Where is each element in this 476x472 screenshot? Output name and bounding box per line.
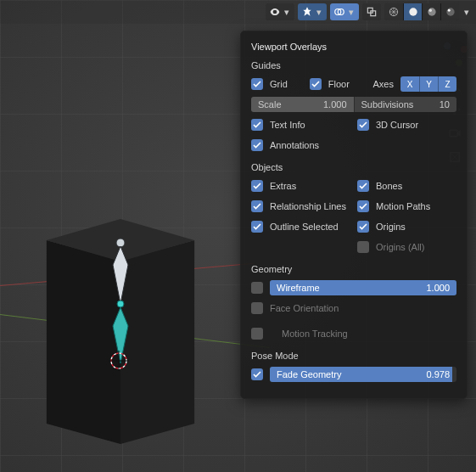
axes-buttons: X Y Z <box>400 76 456 92</box>
floor-label: Floor <box>328 79 350 89</box>
fade-geometry-value: 0.978 <box>426 369 450 379</box>
subdivisions-field[interactable]: Subdivisions10 <box>354 97 457 112</box>
svg-point-14 <box>428 8 435 15</box>
shading-rendered-button[interactable] <box>440 3 459 20</box>
svg-point-16 <box>446 8 454 15</box>
check-icon <box>253 182 261 190</box>
subdiv-value: 10 <box>440 99 450 110</box>
check-icon <box>311 80 320 88</box>
motion-tracking-checkbox[interactable] <box>251 328 263 340</box>
popover-title: Viewport Overlays <box>251 42 456 52</box>
gizmo-icon <box>301 6 313 18</box>
origins-all-label: Origins (All) <box>376 242 424 252</box>
motion-paths-label: Motion Paths <box>376 201 430 211</box>
check-icon <box>359 222 367 231</box>
gizmo-toggle-button[interactable]: ▾ <box>298 3 327 20</box>
check-icon <box>359 202 367 211</box>
extras-checkbox[interactable] <box>251 180 263 192</box>
wireframe-icon <box>388 6 400 18</box>
cursor3d-checkbox[interactable] <box>357 119 369 131</box>
chevron-down-icon: ▾ <box>283 7 291 18</box>
viewport-header: ▾ ▾ ▾ ▾ <box>0 0 476 24</box>
shading-options-dropdown[interactable]: ▾ <box>462 7 471 18</box>
check-icon <box>253 222 261 231</box>
toggle-xray-button[interactable] <box>362 3 381 20</box>
subdiv-label: Subdivisions <box>361 99 414 110</box>
origins-all-checkbox[interactable] <box>357 241 369 253</box>
check-icon <box>253 121 261 129</box>
svg-point-17 <box>447 9 450 12</box>
axes-label: Axes <box>373 79 394 89</box>
annotations-label: Annotations <box>270 140 319 150</box>
overlays-toggle-button[interactable]: ▾ <box>330 3 359 20</box>
mesh-cube[interactable] <box>36 219 204 447</box>
wireframe-slider[interactable]: Wireframe 1.000 <box>270 280 456 295</box>
3d-cursor-icon <box>106 348 132 374</box>
bones-checkbox[interactable] <box>357 180 369 192</box>
section-geometry: Geometry <box>251 264 456 274</box>
wireframe-value: 1.000 <box>426 283 450 293</box>
wireframe-checkbox[interactable] <box>251 282 263 294</box>
axis-z-button[interactable]: Z <box>438 76 456 92</box>
section-guides: Guides <box>251 60 456 70</box>
annotations-checkbox[interactable] <box>251 139 263 151</box>
svg-point-13 <box>409 8 417 15</box>
scale-label: Scale <box>258 99 282 110</box>
fade-geometry-label: Fade Geometry <box>277 369 341 379</box>
relationship-lines-checkbox[interactable] <box>251 200 263 212</box>
check-icon <box>253 202 261 211</box>
cursor3d-label: 3D Cursor <box>376 120 418 130</box>
solid-shading-icon <box>407 6 419 18</box>
grid-checkbox[interactable] <box>251 78 263 90</box>
wireframe-label: Wireframe <box>277 283 320 293</box>
axis-y-button[interactable]: Y <box>419 76 438 92</box>
textinfo-label: Text Info <box>270 120 305 130</box>
chevron-down-icon: ▾ <box>347 7 356 18</box>
fade-geometry-checkbox[interactable] <box>251 368 263 380</box>
object-visibility-button[interactable]: ▾ <box>266 3 294 20</box>
floor-checkbox[interactable] <box>310 78 322 90</box>
bones-label: Bones <box>376 181 402 191</box>
grid-label: Grid <box>270 79 288 89</box>
outline-selected-label: Outline Selected <box>270 222 339 232</box>
check-icon <box>253 80 261 88</box>
fade-geometry-slider[interactable]: Fade Geometry 0.978 <box>270 367 456 382</box>
check-icon <box>253 141 261 149</box>
section-objects: Objects <box>251 162 456 172</box>
eye-icon <box>269 6 281 18</box>
shading-material-button[interactable] <box>422 3 440 20</box>
material-preview-icon <box>426 6 438 18</box>
shading-solid-button[interactable] <box>403 3 422 20</box>
svg-point-15 <box>428 9 432 13</box>
cube-face-right <box>120 240 204 444</box>
scale-field[interactable]: Scale1.000 <box>251 97 354 112</box>
viewport-overlays-popover: Viewport Overlays Guides Grid Floor Axes… <box>240 31 468 399</box>
relationship-lines-label: Relationship Lines <box>270 201 346 211</box>
rendered-shading-icon <box>445 6 456 18</box>
shading-mode-segment <box>384 3 459 20</box>
check-icon <box>359 182 367 190</box>
origins-checkbox[interactable] <box>357 221 369 233</box>
textinfo-checkbox[interactable] <box>251 119 263 131</box>
xray-icon <box>366 6 378 18</box>
shading-wireframe-button[interactable] <box>384 3 403 20</box>
motion-paths-checkbox[interactable] <box>357 200 369 212</box>
face-orientation-label: Face Orientation <box>270 303 339 313</box>
check-icon <box>359 121 367 129</box>
section-pose-mode: Pose Mode <box>251 351 456 361</box>
cube-face-left <box>36 240 120 444</box>
extras-label: Extras <box>270 181 296 191</box>
overlays-icon <box>333 6 345 18</box>
check-icon <box>253 370 261 379</box>
motion-tracking-label: Motion Tracking <box>282 329 348 339</box>
origins-label: Origins <box>376 222 406 232</box>
axis-x-button[interactable]: X <box>400 76 419 92</box>
face-orientation-checkbox[interactable] <box>251 302 263 314</box>
scale-value: 1.000 <box>323 99 347 110</box>
chevron-down-icon: ▾ <box>315 7 323 18</box>
outline-selected-checkbox[interactable] <box>251 221 263 233</box>
